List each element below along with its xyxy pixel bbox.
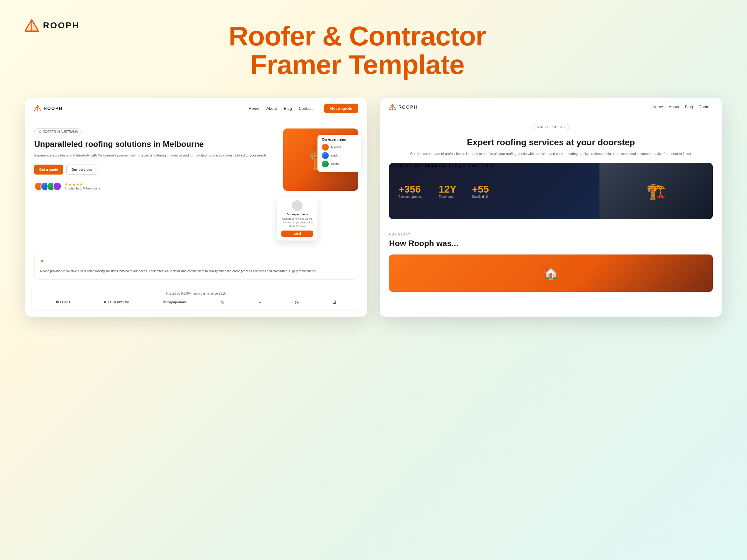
- right-nav-about[interactable]: About: [669, 105, 679, 109]
- team-member-1: Michael: [322, 144, 357, 151]
- team-av-2: [322, 152, 329, 159]
- right-nav-links: Home About Blog Conta...: [652, 105, 713, 109]
- contact-card-button[interactable]: Label: [281, 231, 313, 237]
- right-hero-desc: Our dedicated team of professionals is r…: [389, 151, 713, 157]
- logo-icon-3: ⊞: [163, 300, 165, 304]
- right-hero: SKILLED ROOFING Expert roofing services …: [380, 116, 722, 226]
- stat-executed-label: Executed projects: [398, 195, 423, 198]
- right-nav-logo: ROOPH: [389, 104, 417, 110]
- team-av-3: [322, 161, 329, 167]
- hero-secondary-button[interactable]: Our services: [66, 165, 98, 175]
- logo-icon-1: ⊞: [56, 300, 59, 304]
- hero-badge: #1 ROOFER IN AUSTRALIA: [34, 129, 82, 135]
- left-nav-links: Home About Blog Contact Get a quote: [249, 104, 358, 113]
- hero-buttons: Get a quote Our services: [34, 165, 274, 175]
- expert-team-title: Our expert team: [322, 138, 357, 141]
- expert-team-card: Our expert team Michael David Sarah: [317, 135, 361, 172]
- right-preview-card: ROOPH Home About Blog Conta... SKILLED R…: [380, 98, 722, 317]
- left-nav-logo: ROOPH: [34, 105, 62, 112]
- right-preview-nav: ROOPH Home About Blog Conta...: [380, 98, 722, 116]
- team-name-1: Michael: [331, 145, 341, 149]
- headline-line1: Roofer & Contractor: [80, 22, 635, 50]
- hero-desc: Experience excellence and durability wit…: [34, 153, 274, 158]
- logo-item-6: ◎: [295, 300, 299, 304]
- logo-text-2: LOGOIPSUM: [108, 300, 129, 304]
- logo-text-7: ⊡: [332, 300, 336, 304]
- left-preview-card: ROOPH Home About Blog Contact Get a quot…: [25, 98, 367, 317]
- stat-experience-label: Experience: [439, 195, 457, 198]
- right-hero-badge: SKILLED ROOFING: [533, 124, 569, 130]
- brand-name: ROOPH: [43, 21, 80, 30]
- brand-logo-icon: [25, 19, 38, 32]
- logo-text-6: ◎: [295, 300, 299, 304]
- logo-icon-2: ▶: [104, 300, 106, 304]
- right-nav-logo-icon: [389, 104, 396, 110]
- logo-item-2: ▶ LOGOIPSUM: [104, 300, 129, 304]
- logo-text-5: ∞: [258, 300, 261, 304]
- stat-satisfied-number: +55: [472, 184, 490, 195]
- right-nav-home[interactable]: Home: [652, 105, 663, 109]
- right-nav-logo-text: ROOPH: [398, 105, 417, 109]
- logos-row: ⊞ LOGO ▶ LOGOIPSUM ⊞ logoipsum® N ∞: [39, 300, 353, 304]
- trusted-text: Trusted by 1 Million users: [65, 187, 100, 190]
- stat-satisfied-label: Satisfied cli...: [472, 195, 490, 198]
- hero-title: Unparalleled roofing solutions in Melbou…: [34, 139, 274, 149]
- contact-card-avatar: [292, 201, 303, 211]
- our-story-section: OUR STORY How Rooph was...: [380, 226, 722, 255]
- headline-area: Roofer & Contractor Framer Template: [80, 19, 635, 79]
- stat-executed-value: +356: [398, 184, 421, 195]
- preview-row: ROOPH Home About Blog Contact Get a quot…: [0, 98, 747, 317]
- top-area: ROOPH Roofer & Contractor Framer Templat…: [0, 0, 747, 92]
- quote-card: " Rooph provided innovative and durable …: [34, 253, 358, 280]
- left-preview-nav: ROOPH Home About Blog Contact Get a quot…: [25, 98, 367, 119]
- stat-experience-value: 12: [439, 184, 450, 195]
- left-preview-hero: #1 ROOFER IN AUSTRALIA Unparalleled roof…: [25, 119, 367, 237]
- stats-image-bar: ') center/cover; border-radius:12px; z-i…: [389, 163, 713, 219]
- stars: ★★★★★: [65, 182, 100, 187]
- quote-text: Rooph provided innovative and durable ro…: [40, 269, 352, 274]
- left-nav-cta-button[interactable]: Get a quote: [324, 104, 358, 113]
- stat-satisfied: +55 Satisfied cli...: [472, 184, 490, 198]
- left-hero-content: #1 ROOFER IN AUSTRALIA Unparalleled roof…: [34, 129, 277, 231]
- logo-item-4: N: [221, 300, 224, 304]
- contact-card-desc: Contact us now and we will endeavor to g…: [281, 217, 313, 228]
- logo-text-4: N: [221, 300, 224, 304]
- stat-experience: 12Y Experience: [439, 184, 457, 198]
- stat-experience-suffix: Y: [450, 184, 456, 195]
- stat-experience-number: 12Y: [439, 184, 457, 195]
- logo-item-7: ⊡: [332, 300, 336, 304]
- logo-item-3: ⊞ logoipsum®: [163, 300, 187, 304]
- contact-card-title: Our expert team: [281, 213, 313, 216]
- stat-executed: +356 Executed projects: [398, 184, 423, 198]
- logos-title: Trusted by 8,000+ happy clients since 20…: [39, 292, 353, 295]
- headline-line2: Framer Template: [80, 50, 635, 79]
- right-nav-blog[interactable]: Blog: [685, 105, 693, 109]
- logo-text-1: LOGO: [60, 300, 70, 304]
- team-name-3: Sarah: [331, 162, 339, 165]
- left-hero-image-area: 🏗️ Our expert team Michael David: [283, 129, 358, 231]
- avatar-stack: [34, 182, 61, 191]
- logos-section: Trusted by 8,000+ happy clients since 20…: [31, 286, 361, 311]
- right-nav-contact[interactable]: Conta...: [698, 105, 713, 109]
- logo-item-1: ⊞ LOGO: [56, 300, 70, 304]
- logo-text-3: logoipsum®: [167, 300, 187, 304]
- quote-mark: ": [40, 259, 352, 266]
- our-story-title: How Rooph was...: [389, 239, 713, 248]
- hero-primary-button[interactable]: Get a quote: [34, 165, 63, 175]
- left-nav-logo-text: ROOPH: [44, 106, 62, 111]
- stat-satisfied-value: +55: [472, 184, 489, 195]
- left-nav-contact[interactable]: Contact: [299, 106, 313, 111]
- story-image: 🏠: [389, 255, 713, 292]
- right-hero-title: Expert roofing services at your doorstep: [389, 137, 713, 148]
- team-av-1: [322, 144, 329, 151]
- our-story-label: OUR STORY: [389, 233, 713, 236]
- left-nav-about[interactable]: About: [266, 106, 277, 111]
- team-name-2: David: [331, 154, 338, 157]
- contact-card: Our expert team Contact us now and we wi…: [277, 196, 317, 240]
- brand-logo: ROOPH: [25, 19, 80, 32]
- left-nav-logo-icon: [34, 105, 41, 112]
- left-nav-blog[interactable]: Blog: [284, 106, 292, 111]
- trusted-row: ★★★★★ Trusted by 1 Million users: [34, 182, 274, 191]
- avatar-4: [53, 182, 61, 191]
- left-nav-home[interactable]: Home: [249, 106, 260, 111]
